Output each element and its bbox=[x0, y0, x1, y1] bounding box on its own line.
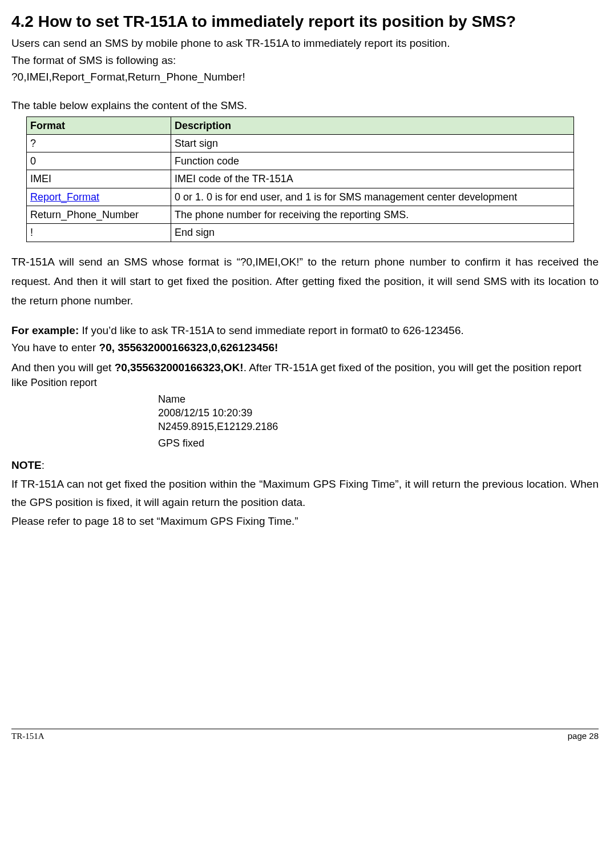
position-report-name: Name bbox=[158, 392, 599, 406]
confirmation-paragraph: TR-151A will send an SMS whose format is… bbox=[11, 252, 599, 311]
table-header-format: Format bbox=[27, 116, 171, 134]
note-colon: : bbox=[42, 459, 45, 471]
table-row: IMEIIMEI code of the TR-151A bbox=[27, 170, 574, 188]
intro-paragraph-2: The format of SMS is following as: bbox=[11, 53, 599, 68]
sms-format-string: ?0,IMEI,Report_Format,Return_Phone_Numbe… bbox=[11, 70, 599, 85]
example-line-3: And then you will get ?0,355632000166323… bbox=[11, 360, 599, 389]
example-label: For example: bbox=[11, 324, 79, 336]
note-heading: NOTE: bbox=[11, 458, 599, 473]
table-cell-description: Function code bbox=[171, 152, 574, 170]
example-line-1: For example: If you’d like to ask TR-151… bbox=[11, 323, 599, 338]
table-row: !End sign bbox=[27, 224, 574, 242]
table-header-description: Description bbox=[171, 116, 574, 134]
table-cell-format: Return_Phone_Number bbox=[27, 206, 171, 224]
note-label: NOTE bbox=[11, 459, 42, 471]
report-format-link[interactable]: Report_Format bbox=[30, 191, 99, 203]
footer-divider bbox=[11, 729, 599, 729]
table-cell-description: 0 or 1. 0 is for end user, and 1 is for … bbox=[171, 188, 574, 206]
footer-page-number: page 28 bbox=[568, 730, 599, 742]
note-body-1: If TR-151A can not get fixed the positio… bbox=[11, 475, 599, 512]
table-row: 0Function code bbox=[27, 152, 574, 170]
table-cell-format: 0 bbox=[27, 152, 171, 170]
note-body-2: Please refer to page 18 to set “Maximum … bbox=[11, 514, 599, 529]
example-command: ?0, 355632000166323,0,626123456! bbox=[99, 341, 278, 353]
table-row: Report_Format0 or 1. 0 is for end user, … bbox=[27, 188, 574, 206]
table-row: Return_Phone_NumberThe phone number for … bbox=[27, 206, 574, 224]
sms-format-table: Format Description ?Start sign0Function … bbox=[26, 116, 574, 242]
table-cell-format: IMEI bbox=[27, 170, 171, 188]
example-line-2-pre: You have to enter bbox=[11, 341, 99, 353]
table-cell-description: The phone number for receiving the repor… bbox=[171, 206, 574, 224]
table-cell-format: Report_Format bbox=[27, 188, 171, 206]
position-report-status: GPS fixed bbox=[158, 436, 599, 450]
table-cell-format: ? bbox=[27, 134, 171, 152]
table-row: ?Start sign bbox=[27, 134, 574, 152]
footer-model: TR-151A bbox=[11, 730, 45, 742]
position-report-timestamp: 2008/12/15 10:20:39 bbox=[158, 406, 599, 420]
table-cell-description: End sign bbox=[171, 224, 574, 242]
table-cell-description: Start sign bbox=[171, 134, 574, 152]
example-line-3-pre: And then you will get bbox=[11, 361, 115, 373]
intro-paragraph-1: Users can send an SMS by mobile phone to… bbox=[11, 36, 599, 51]
table-intro: The table below explains the content of … bbox=[11, 98, 599, 113]
position-report-block: Name 2008/12/15 10:20:39 N2459.8915,E121… bbox=[158, 392, 599, 450]
example-line-2: You have to enter ?0, 355632000166323,0,… bbox=[11, 340, 599, 355]
page-footer: TR-151A page 28 bbox=[11, 730, 599, 742]
example-line-1-rest: If you’d like to ask TR-151A to send imm… bbox=[79, 324, 464, 336]
example-response: ?0,355632000166323,OK! bbox=[115, 361, 244, 373]
position-report-line-1-inline: Position report bbox=[31, 377, 97, 388]
position-report-coordinates: N2459.8915,E12129.2186 bbox=[158, 420, 599, 433]
table-cell-description: IMEI code of the TR-151A bbox=[171, 170, 574, 188]
table-cell-format: ! bbox=[27, 224, 171, 242]
section-heading: 4.2 How to set TR-151A to immediately re… bbox=[11, 11, 599, 31]
